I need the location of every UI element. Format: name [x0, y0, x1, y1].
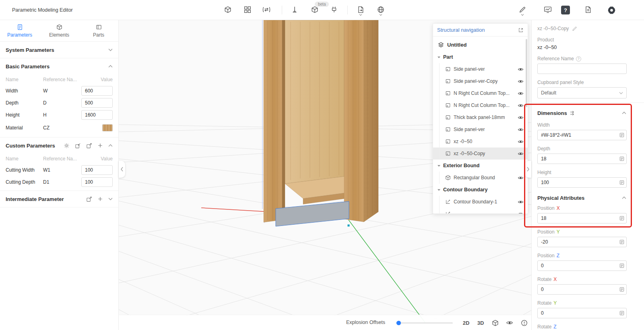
add-parameter-icon[interactable]: [97, 143, 103, 148]
tree-item[interactable]: Contour Boundary-1: [433, 196, 528, 208]
explosion-slider[interactable]: [396, 322, 453, 324]
tree-group-exterior-bound[interactable]: Exterior Bound: [433, 160, 528, 172]
dimension-height-input[interactable]: [537, 177, 627, 188]
tab-elements[interactable]: Elements: [39, 20, 79, 41]
swap-parameters-button[interactable]: [262, 6, 271, 15]
visibility-toggle[interactable]: [518, 175, 524, 181]
formula-editor-button[interactable]: [619, 263, 624, 268]
visibility-toggle[interactable]: [518, 102, 524, 109]
linkage-icon[interactable]: [570, 111, 575, 116]
dimension-depth-input[interactable]: [537, 154, 627, 164]
material-globe-button[interactable]: [376, 6, 385, 15]
visibility-toggle[interactable]: [518, 90, 524, 96]
visibility-toggle[interactable]: [518, 115, 524, 121]
tree-item[interactable]: N Right Cut Column Top...: [433, 87, 528, 99]
tree-item[interactable]: Side panel-ver: [433, 123, 528, 135]
expand-panel-button[interactable]: [518, 27, 524, 33]
tree-item-selected[interactable]: xz -0~50-Copy: [433, 148, 528, 160]
cutting-width-input[interactable]: [81, 165, 113, 175]
formula-editor-button[interactable]: [619, 287, 624, 292]
rotate-x-input[interactable]: [537, 284, 627, 295]
formula-icon: [619, 287, 624, 292]
isometric-view-button[interactable]: [489, 315, 501, 330]
formula-editor-button[interactable]: [619, 180, 624, 185]
position-z-input[interactable]: [537, 260, 627, 271]
help-tooltip-icon[interactable]: ?: [576, 56, 581, 61]
material-swatch[interactable]: [102, 124, 113, 131]
physical-attributes-section-header[interactable]: Physical Attributes: [537, 192, 626, 204]
cutting-depth-input[interactable]: [81, 177, 113, 187]
rename-pencil-icon[interactable]: [572, 26, 577, 31]
export-parameter-icon[interactable]: [86, 143, 92, 149]
visibility-toggle[interactable]: [518, 127, 524, 133]
basic-parameters-section[interactable]: Basic Parameters: [0, 58, 118, 74]
dimension-width-input[interactable]: [537, 130, 627, 140]
system-parameters-section[interactable]: System Parameters: [0, 42, 118, 58]
tree-item[interactable]: Rectangular Bound: [433, 172, 528, 184]
tree-group-contour-boundary[interactable]: Contour Boundary: [433, 184, 528, 196]
position-x-input[interactable]: [537, 213, 627, 223]
scrollbar-thumb[interactable]: [526, 39, 527, 107]
beta-cube-button[interactable]: [310, 6, 319, 15]
cupboard-style-select[interactable]: Default: [537, 87, 627, 98]
settings-button[interactable]: [607, 6, 616, 15]
formula-editor-button[interactable]: [619, 133, 624, 137]
document-button[interactable]: [584, 6, 592, 15]
view-3d-button[interactable]: 3D: [475, 315, 487, 330]
manage-parameters-icon[interactable]: [64, 143, 70, 149]
model-library-button[interactable]: [223, 6, 232, 15]
dimensions-section-header[interactable]: Dimensions: [537, 107, 626, 119]
visibility-toggle[interactable]: [518, 199, 524, 205]
cabinet-model[interactable]: [264, 20, 378, 227]
collapse-right-panel-handle[interactable]: [525, 161, 531, 178]
visibility-toggle[interactable]: [518, 151, 524, 157]
add-parameter-icon[interactable]: [97, 196, 103, 202]
depth-value-input[interactable]: [81, 98, 113, 108]
caret-expanded-icon: [437, 164, 441, 167]
export-parameter-icon[interactable]: [86, 196, 92, 202]
import-parameter-icon[interactable]: [75, 143, 81, 149]
structural-navigation-title[interactable]: Structural navigation: [437, 27, 485, 33]
position-y-input[interactable]: [537, 237, 627, 247]
visibility-toggle[interactable]: [518, 66, 524, 72]
tab-parts[interactable]: Parts: [79, 20, 118, 41]
tree-item[interactable]: Side panel-ver-Copy: [433, 75, 528, 87]
selected-base-panel[interactable]: [276, 201, 349, 226]
tree-item[interactable]: xz -0~50: [433, 135, 528, 148]
rotate-y-input[interactable]: [537, 308, 627, 318]
slider-thumb[interactable]: [396, 321, 401, 325]
preview-chart-button[interactable]: [543, 6, 552, 15]
height-value-input[interactable]: [81, 110, 113, 120]
measure-button[interactable]: [290, 6, 299, 15]
export-document-button[interactable]: [356, 6, 365, 15]
info-button[interactable]: [518, 315, 530, 330]
intermediate-parameter-section[interactable]: Intermediate Parameter: [0, 191, 118, 207]
tree-item[interactable]: Thick back panel-18mm: [433, 111, 528, 123]
visibility-toggle[interactable]: [518, 78, 524, 84]
selection-handle[interactable]: [347, 224, 350, 227]
edit-mode-button[interactable]: [518, 6, 527, 15]
tab-parameters[interactable]: Parameters: [0, 20, 39, 41]
visibility-button[interactable]: [504, 315, 516, 330]
tree-group-part[interactable]: Part: [433, 51, 528, 63]
tree-item[interactable]: Side panel-ver: [433, 63, 528, 75]
rotate-x-label: RotateX: [537, 277, 626, 282]
tree-root-untitled[interactable]: Untitled: [433, 38, 528, 51]
formula-editor-button[interactable]: [619, 156, 624, 161]
tree-item-partial[interactable]: [433, 208, 528, 214]
formula-editor-button[interactable]: [619, 216, 624, 221]
width-value-input[interactable]: [81, 86, 113, 96]
connector-button[interactable]: [330, 6, 339, 15]
formula-editor-button[interactable]: [619, 240, 624, 244]
formula-editor-button[interactable]: [619, 311, 624, 316]
custom-parameters-section[interactable]: Custom Parameters: [0, 137, 118, 154]
reference-name-input[interactable]: [537, 64, 627, 74]
help-button[interactable]: ?: [561, 6, 570, 14]
visibility-toggle[interactable]: [518, 211, 524, 214]
components-button[interactable]: [243, 6, 252, 15]
parameter-row-cutting-depth: Cutting Depth D1: [0, 176, 118, 188]
collapse-left-panel-handle[interactable]: [119, 161, 125, 178]
tree-item[interactable]: N Right Cut Column Top...: [433, 99, 528, 111]
visibility-toggle[interactable]: [518, 139, 524, 145]
view-2d-button[interactable]: 2D: [460, 315, 472, 330]
